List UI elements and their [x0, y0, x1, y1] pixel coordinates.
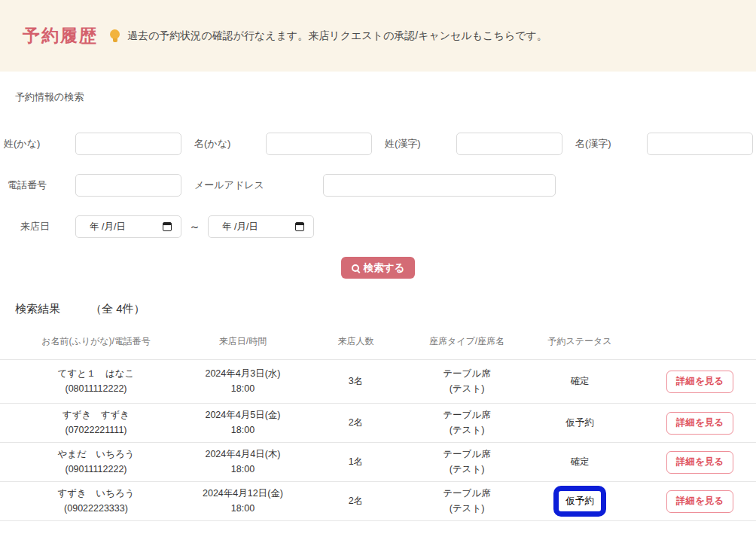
search-button-row: 検索する — [0, 257, 756, 279]
guest-phone: (08011112222) — [0, 382, 192, 396]
actions-cell: 詳細を見る — [644, 451, 756, 474]
guest-cell: てすと１ はなこ (08011112222) — [0, 367, 192, 396]
page-title: 予約履歴 — [23, 24, 98, 47]
reservation-row: すずき すずき (07022221111) 2024年4月5日(金) 18:00… — [0, 404, 756, 443]
party-size: 3名 — [294, 374, 418, 389]
visit-cell: 2024年4月5日(金) 18:00 — [192, 408, 294, 438]
email-label: メールアドレス — [191, 178, 323, 192]
seat-cell: テーブル席 (テスト) — [418, 367, 516, 396]
visit-date-to-input[interactable]: 年 /月/日 — [208, 215, 314, 238]
visit-time: 18:00 — [192, 502, 294, 516]
phone-label: 電話番号 — [0, 178, 75, 192]
seat-cell: テーブル席 (テスト) — [418, 408, 516, 438]
guest-cell: やまだ いちろう (09011112222) — [0, 447, 192, 477]
last-name-kanji-label: 姓(漢字) — [381, 137, 456, 151]
actions-cell: 詳細を見る — [644, 371, 756, 393]
seat-type: テーブル席 — [418, 487, 516, 501]
results-heading-label: 検索結果 — [15, 302, 60, 315]
first-name-kana-label: 名(かな) — [191, 137, 266, 151]
guest-phone: (09011112222) — [0, 462, 192, 477]
seat-name: (テスト) — [418, 502, 516, 516]
reservation-status: 確定 — [516, 455, 644, 469]
visit-date-from-input[interactable]: 年 /月/日 — [75, 215, 181, 238]
column-header-party-size: 来店人数 — [294, 335, 418, 348]
visit-cell: 2024年4月4日(木) 18:00 — [192, 447, 294, 477]
visit-date-row: 来店日 年 /月/日 ～ 年 /月/日 — [0, 215, 756, 238]
reservation-row: やまだ いちろう (09011112222) 2024年4月4日(木) 18:0… — [0, 443, 756, 482]
search-section-label: 予約情報の検索 — [15, 90, 756, 102]
email-input[interactable] — [323, 174, 556, 197]
visit-date: 2024年4月3日(水) — [192, 367, 294, 381]
search-icon — [352, 264, 359, 272]
name-fields-row: 姓(かな) 名(かな) 姓(漢字) 名(漢字) — [0, 133, 756, 155]
seat-type: テーブル席 — [418, 447, 516, 462]
page-description: 過去の予約状況の確認が行なえます。来店リクエストの承認/キャンセルもこちらです。 — [127, 29, 547, 43]
last-name-kana-label: 姓(かな) — [0, 137, 75, 151]
guest-phone: (07022221111) — [0, 423, 192, 438]
guest-name: てすと１ はなこ — [0, 367, 192, 381]
last-name-kana-input[interactable] — [75, 133, 181, 155]
party-size: 1名 — [294, 455, 418, 469]
first-name-kana-input[interactable] — [266, 133, 372, 155]
guest-name: すずき いちろう — [0, 487, 192, 501]
calendar-icon[interactable] — [163, 222, 172, 231]
status-cell: 仮予約 — [516, 486, 644, 517]
guest-cell: すずき いちろう (09022223333) — [0, 487, 192, 516]
results-heading: 検索結果 （全 4件） — [15, 302, 756, 315]
reservation-row: てすと１ はなこ (08011112222) 2024年4月3日(水) 18:0… — [0, 360, 756, 404]
details-button[interactable]: 詳細を見る — [666, 412, 733, 435]
seat-type: テーブル席 — [418, 367, 516, 381]
reservation-search-form: 予約情報の検索 姓(かな) 名(かな) 姓(漢字) 名(漢字) 電話番号 メール… — [0, 90, 756, 279]
visit-time: 18:00 — [192, 462, 294, 477]
phone-input[interactable] — [75, 174, 181, 197]
seat-name: (テスト) — [418, 382, 516, 396]
column-header-status: 予約ステータス — [516, 335, 644, 348]
details-button[interactable]: 詳細を見る — [666, 451, 733, 474]
last-name-kanji-input[interactable] — [456, 133, 562, 155]
guest-name: やまだ いちろう — [0, 447, 192, 462]
lightbulb-icon — [110, 29, 120, 39]
guest-cell: すずき すずき (07022221111) — [0, 408, 192, 438]
first-name-kanji-label: 名(漢字) — [572, 137, 647, 151]
reservation-status: 仮予約 — [565, 494, 594, 508]
first-name-kanji-input[interactable] — [647, 133, 753, 155]
status-highlight-box: 仮予約 — [553, 486, 606, 517]
actions-cell: 詳細を見る — [644, 490, 756, 513]
details-button[interactable]: 詳細を見る — [666, 371, 733, 393]
guest-phone: (09022223333) — [0, 502, 192, 516]
calendar-icon[interactable] — [295, 222, 304, 231]
seat-cell: テーブル席 (テスト) — [418, 487, 516, 516]
seat-type: テーブル席 — [418, 408, 516, 423]
date-placeholder: 年 /月/日 — [90, 221, 126, 233]
page-header: 予約履歴 過去の予約状況の確認が行なえます。来店リクエストの承認/キャンセルもこ… — [0, 0, 756, 72]
seat-cell: テーブル席 (テスト) — [418, 447, 516, 477]
column-header-name-phone: お名前(ふりがな)/電話番号 — [0, 335, 192, 348]
seat-name: (テスト) — [418, 462, 516, 477]
visit-time: 18:00 — [192, 382, 294, 396]
column-header-seat: 座席タイプ/座席名 — [418, 335, 516, 348]
visit-date: 2024年4月4日(木) — [192, 447, 294, 462]
results-count: （全 4件） — [90, 302, 145, 315]
contact-fields-row: 電話番号 メールアドレス — [0, 174, 756, 197]
date-placeholder: 年 /月/日 — [222, 221, 258, 233]
guest-name: すずき すずき — [0, 408, 192, 423]
visit-date: 2024年4月12日(金) — [192, 487, 294, 501]
reservation-status: 確定 — [516, 374, 644, 389]
date-range-separator: ～ — [189, 220, 200, 234]
visit-date-label: 来店日 — [0, 220, 75, 233]
details-button[interactable]: 詳細を見る — [666, 490, 733, 513]
reservation-status: 仮予約 — [516, 416, 644, 430]
search-button[interactable]: 検索する — [341, 257, 416, 279]
party-size: 2名 — [294, 494, 418, 508]
reservation-row: すずき いちろう (09022223333) 2024年4月12日(金) 18:… — [0, 482, 756, 521]
visit-date: 2024年4月5日(金) — [192, 408, 294, 423]
visit-cell: 2024年4月3日(水) 18:00 — [192, 367, 294, 396]
visit-time: 18:00 — [192, 423, 294, 438]
party-size: 2名 — [294, 416, 418, 430]
search-button-label: 検索する — [364, 261, 405, 275]
seat-name: (テスト) — [418, 423, 516, 438]
results-table-header: お名前(ふりがな)/電話番号 来店日/時間 来店人数 座席タイプ/座席名 予約ス… — [0, 335, 756, 360]
visit-cell: 2024年4月12日(金) 18:00 — [192, 487, 294, 516]
actions-cell: 詳細を見る — [644, 412, 756, 435]
column-header-date-time: 来店日/時間 — [192, 335, 294, 348]
